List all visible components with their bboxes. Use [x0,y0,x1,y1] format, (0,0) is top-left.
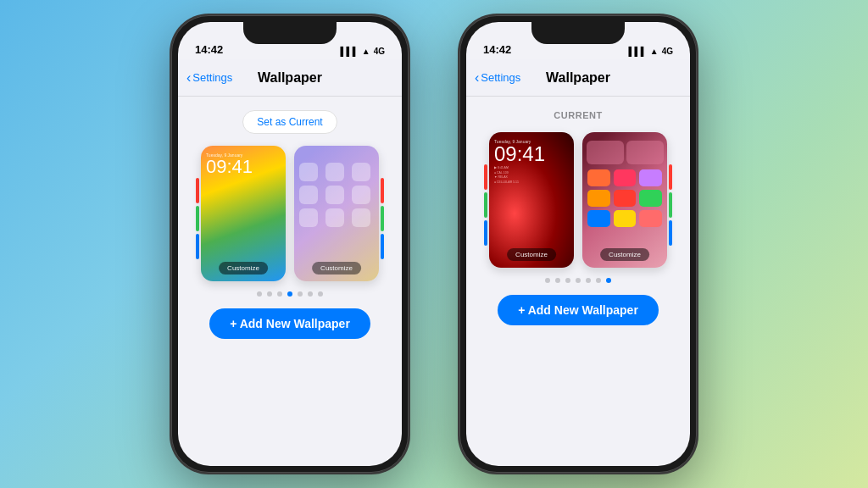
dots-left [257,291,323,297]
battery-icon-left: 4G [374,47,385,56]
app-icon-6 [352,186,370,204]
lock-screen-inner-right: Tuesday, 9 January 09:41 ▶ 8:45 AM● CAL … [489,132,574,268]
wifi-icon-left: ▲ [362,47,370,56]
status-icons-right: ▌▌▌ ▲ 4G [628,47,673,56]
r-app-6 [639,190,662,207]
bar-green-left [196,206,199,231]
page-title-right: Wallpaper [546,70,610,86]
r-app-2 [614,169,637,186]
lock-time-area-right: Tuesday, 9 January 09:41 [489,132,574,164]
page-title-left: Wallpaper [258,70,322,86]
bar-blue-right-left [381,234,384,259]
back-label-left: Settings [192,71,232,84]
app-grid-right [582,164,667,227]
iphone-left-screen: 14:42 ▌▌▌ ▲ 4G ‹ Settings Wallpaper Set … [178,22,402,466]
status-time-right: 14:42 [483,43,511,56]
dot-2-right [565,278,570,283]
dot-2-left [277,291,282,297]
back-button-right[interactable]: ‹ Settings [475,70,520,86]
home-screen-inner-right [582,132,667,268]
app-grid-left [294,146,379,227]
bar-blue-left-right [484,220,487,246]
iphone-right: 14:42 ▌▌▌ ▲ 4G ‹ Settings Wallpaper CURR… [459,15,697,473]
app-icon-4 [299,186,318,204]
dot-1-left [267,291,272,297]
home-customize-btn-left[interactable]: Customize [312,262,361,274]
bar-blue-left [196,234,199,259]
iphone-left: 14:42 ▌▌▌ ▲ 4G ‹ Settings Wallpaper Set … [171,15,409,473]
app-icon-2 [326,163,344,181]
current-label: CURRENT [554,110,602,120]
bar-green-right-right [669,192,672,218]
app-icon-1 [299,163,318,181]
lock-time-area-left: Tuesday, 9 January 09:41 [201,146,286,176]
lock-screen-card-left[interactable]: Tuesday, 9 January 09:41 Customize [201,146,286,281]
home-screen-card-left[interactable]: Customize [294,146,379,281]
lock-time-left: 09:41 [206,158,281,176]
status-icons-left: ▌▌▌ ▲ 4G [340,47,385,56]
wallpaper-row-left: Tuesday, 9 January 09:41 Customize [201,146,379,281]
bar-red-left [196,178,199,203]
widget-top-right [587,141,624,164]
signal-icon-left: ▌▌▌ [340,47,358,56]
r-app-9 [639,210,662,227]
iphone-right-screen: 14:42 ▌▌▌ ▲ 4G ‹ Settings Wallpaper CURR… [466,22,690,466]
r-app-7 [587,210,610,227]
home-customize-btn-right[interactable]: Customize [600,248,649,261]
wallpaper-section-right: Tuesday, 9 January 09:41 ▶ 8:45 AM● CAL … [489,132,667,278]
dot-3-right [576,278,581,283]
bar-green-left-right [484,192,487,218]
battery-icon-right: 4G [662,47,673,56]
r-app-3 [639,169,662,186]
side-bars-right-left-phone [381,168,384,269]
dot-5-left [308,291,313,297]
bar-red-right-right [669,164,672,190]
content-right: CURRENT Tuesday, 9 January 09:41 [466,97,690,325]
wallpaper-section-left: Tuesday, 9 January 09:41 Customize [201,146,379,291]
status-time-left: 14:42 [195,43,223,56]
side-bars-right-right-phone [669,154,672,256]
r-app-1 [587,169,610,186]
bar-blue-right-right [669,220,672,246]
lock-screen-card-right[interactable]: Tuesday, 9 January 09:41 ▶ 8:45 AM● CAL … [489,132,574,268]
widget-top2-right [626,141,664,164]
side-bars-left-right-phone [484,154,487,256]
notch-right [531,22,625,44]
content-left: Set as Current Tuesday, 9 January [178,97,402,339]
dot-0-right [545,278,550,283]
back-arrow-left: ‹ [186,70,191,86]
lock-customize-btn-left[interactable]: Customize [219,262,268,274]
wallpaper-row-right: Tuesday, 9 January 09:41 ▶ 8:45 AM● CAL … [489,132,667,268]
dot-1-right [555,278,560,283]
dot-4-left [298,291,303,297]
dot-6-left [318,291,323,297]
back-arrow-right: ‹ [475,70,479,86]
bar-red-left-right [484,164,487,190]
app-icon-9 [352,208,370,227]
app-icon-5 [326,186,344,204]
add-wallpaper-button-right[interactable]: + Add New Wallpaper [498,295,659,325]
set-as-current-button[interactable]: Set as Current [242,110,337,134]
lock-stats-right: ▶ 8:45 AM● CAL 109▼ RELAX● CELLULAR 5.11 [489,164,574,186]
back-button-left[interactable]: ‹ Settings [186,70,232,86]
home-screen-inner-left [294,146,379,281]
notch-left [243,22,337,44]
signal-icon-right: ▌▌▌ [628,47,646,56]
dot-4-right [586,278,591,283]
back-label-right: Settings [481,71,520,84]
r-app-4 [587,190,610,207]
nav-bar-right: ‹ Settings Wallpaper [466,59,690,97]
r-app-8 [614,210,637,227]
lock-customize-btn-right[interactable]: Customize [507,248,556,261]
home-screen-card-right[interactable]: Customize [582,132,667,268]
bar-red-right-left [381,178,384,203]
r-app-5 [614,190,637,207]
dots-right [545,278,611,283]
side-bars-left [196,168,199,269]
app-icon-7 [299,208,318,227]
dot-0-left [257,291,262,297]
add-wallpaper-button-left[interactable]: + Add New Wallpaper [209,308,370,339]
dot-6-right [606,278,611,283]
dot-3-left [287,291,292,297]
app-icon-3 [352,163,370,181]
